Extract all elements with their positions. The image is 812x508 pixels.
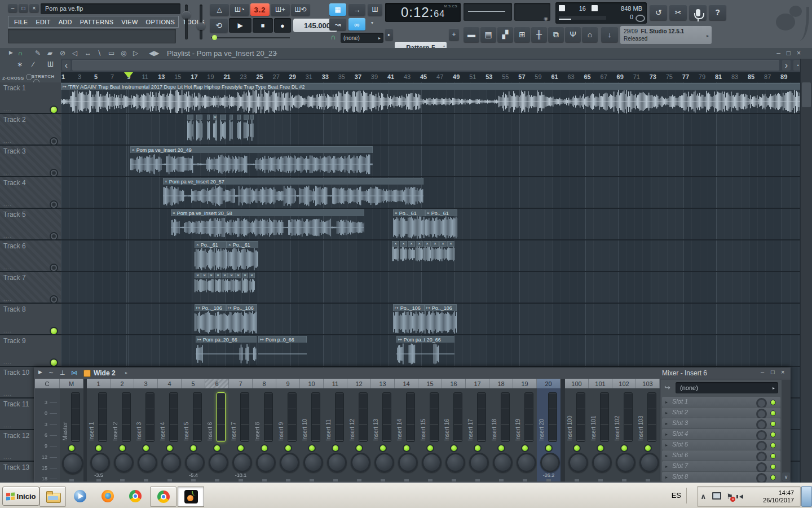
timeline-tick[interactable]: 23 xyxy=(239,73,249,80)
mixer-channel-7[interactable]: 7Insert 7-10.1 xyxy=(229,379,253,481)
slot-arrow-icon[interactable]: ▸ xyxy=(665,410,668,415)
pattern-add-button[interactable]: + xyxy=(449,28,459,41)
mixer-close-button[interactable]: × xyxy=(781,369,784,375)
menu-edit[interactable]: EDIT xyxy=(32,19,54,25)
mixer-channel-number[interactable]: 16 xyxy=(442,379,466,388)
mixer-pan-knob[interactable] xyxy=(280,453,299,472)
track-header-4[interactable]: Track 4.... xyxy=(0,177,61,209)
mixer-strip-handle[interactable] xyxy=(120,479,125,481)
chop-cap[interactable] xyxy=(207,115,210,120)
timeline-tick[interactable]: 45 xyxy=(418,73,429,80)
track-lane-1[interactable]: ↦'TRY AGAIN' Trap Beat Instrumental 2017… xyxy=(61,82,801,114)
slice-cell[interactable]: × xyxy=(222,273,228,293)
slice-cell[interactable]: × xyxy=(208,273,214,293)
slot-enable-led[interactable] xyxy=(770,475,776,480)
mixer-fader[interactable] xyxy=(98,392,107,442)
delete-tool-icon[interactable]: ⊘ xyxy=(60,49,65,57)
mixer-pan-knob[interactable] xyxy=(493,453,513,472)
mixer-strip-handle[interactable] xyxy=(452,479,456,481)
slice-x-icon[interactable]: × xyxy=(201,273,208,278)
mixer-strip-handle[interactable] xyxy=(310,479,314,481)
taskbar-app-chrome-2[interactable] xyxy=(150,487,176,507)
slot-arrow-icon[interactable]: ▸ xyxy=(665,400,668,405)
mixer-channel-number[interactable]: 10 xyxy=(300,379,324,388)
mixer-mute-led[interactable] xyxy=(166,444,174,452)
timeline-tick[interactable]: 35 xyxy=(337,73,347,80)
slide-tool-icon[interactable]: ∕ xyxy=(33,60,34,68)
slot-enable-led[interactable] xyxy=(770,410,776,416)
chop-x-icon[interactable]: × xyxy=(213,115,217,120)
app-close-button[interactable]: × xyxy=(29,3,39,12)
action-center-flag-icon[interactable]: ⚑× xyxy=(727,492,734,501)
mixer-mute-led[interactable] xyxy=(403,444,411,452)
mixer-mute-led[interactable] xyxy=(379,444,387,452)
track-led[interactable] xyxy=(50,200,58,209)
slice-cell[interactable]: × xyxy=(215,273,221,293)
timeline-tick[interactable]: 77 xyxy=(681,73,691,80)
playlist-clip[interactable]: ↦Pom pa..20_66 xyxy=(196,336,257,366)
clip-header[interactable]: ×Pom pa ve_Insert 20_58 xyxy=(171,209,364,216)
mixer-mute-led[interactable] xyxy=(644,444,652,452)
mixer-channel-M[interactable]: MMaster xyxy=(60,379,84,481)
playback-tool-icon[interactable]: ▷ xyxy=(133,49,138,57)
playlist-clip[interactable]: ×Pom pa ve_Insert 20_57 xyxy=(163,178,423,208)
clip-header[interactable]: ↦'TRY AGAIN' Trap Beat Instrumental 2017… xyxy=(61,83,801,90)
timeline-tick[interactable]: 81 xyxy=(713,73,723,80)
network-icon[interactable] xyxy=(712,492,721,501)
mixer-channel-number[interactable]: 9 xyxy=(276,379,300,388)
playlist-hscrollbar[interactable] xyxy=(72,60,779,71)
zcross-toggle[interactable]: Z-CROSS xyxy=(2,74,32,81)
clip-header[interactable]: ↦Po.._106 xyxy=(393,304,425,311)
slice-cell[interactable]: × xyxy=(242,273,248,293)
mixer-strip-handle[interactable] xyxy=(475,479,480,481)
select-tool-icon[interactable]: ▭ xyxy=(108,49,114,57)
effect-slot-4[interactable]: ▸Slot 4 xyxy=(662,429,780,439)
toggle-project-picker-button[interactable]: ⧉ xyxy=(548,27,564,42)
timeline-tick[interactable]: 3 xyxy=(74,73,85,80)
mixer-preset-arrow[interactable]: ▸ xyxy=(125,370,127,375)
help-button[interactable]: ? xyxy=(709,5,726,20)
playlist-clip[interactable]: ↦Pom p..0_66 xyxy=(258,336,307,366)
mixer-pan-knob[interactable] xyxy=(185,453,205,472)
clip-header[interactable]: ×Pom pa ve_Insert 20_49 xyxy=(130,146,373,153)
slice-cell[interactable]: × xyxy=(228,273,235,293)
track-led[interactable] xyxy=(50,264,58,272)
mixer-channel-16[interactable]: 16Insert 16 xyxy=(442,379,466,481)
mixer-scroll-down-button[interactable]: ∨ xyxy=(782,472,790,481)
mixer-strip-handle[interactable] xyxy=(404,479,409,481)
slice-x-icon[interactable]: × xyxy=(423,241,431,247)
timeline-tick[interactable]: 41 xyxy=(386,73,396,80)
slot-enable-led[interactable] xyxy=(770,432,776,437)
track-lane-3[interactable]: ×Pom pa ve_Insert 20_49 xyxy=(61,146,801,177)
step-edit-button[interactable]: ▦ xyxy=(329,3,346,16)
timeline-tick[interactable]: 21 xyxy=(222,73,232,80)
play-button[interactable]: ▶ xyxy=(229,18,251,33)
mixer-fader[interactable] xyxy=(335,392,344,442)
slip-tool-icon[interactable]: ↔ xyxy=(85,49,91,57)
mixer-channel-number[interactable]: 100 xyxy=(565,379,589,388)
mixer-strip-handle[interactable] xyxy=(286,479,290,481)
slice-x-icon[interactable]: × xyxy=(208,273,214,278)
slot-arrow-icon[interactable]: ▸ xyxy=(665,432,668,437)
slice-x-icon[interactable]: × xyxy=(222,273,228,278)
mixer-pan-knob[interactable] xyxy=(592,453,612,472)
slice-x-icon[interactable]: × xyxy=(215,273,221,278)
menu-options[interactable]: OPTIONS xyxy=(143,19,179,25)
mixer-pan-knob[interactable] xyxy=(540,453,560,472)
mixer-fader[interactable] xyxy=(240,392,249,442)
mixer-fader[interactable] xyxy=(548,392,557,442)
mixer-fader[interactable] xyxy=(264,392,273,442)
mixer-mute-led[interactable] xyxy=(426,444,434,452)
toggle-piano-roll-button[interactable]: ▞ xyxy=(497,27,513,42)
mixer-mute-led[interactable] xyxy=(213,444,221,452)
scroll-left-button[interactable]: ‹ xyxy=(62,60,70,71)
menu-add[interactable]: ADD xyxy=(55,19,76,25)
mixer-mute-led[interactable] xyxy=(189,444,197,452)
record-button[interactable]: ● xyxy=(274,18,291,33)
mixer-pan-knob[interactable] xyxy=(161,453,181,472)
playlist-clip[interactable]: ↦Po.._106 xyxy=(425,304,457,334)
mixer-fader[interactable] xyxy=(145,392,155,442)
mixer-mute-led[interactable] xyxy=(521,444,529,452)
mixer-mute-led[interactable] xyxy=(597,444,604,452)
slot-arrow-icon[interactable]: ▸ xyxy=(665,421,668,426)
